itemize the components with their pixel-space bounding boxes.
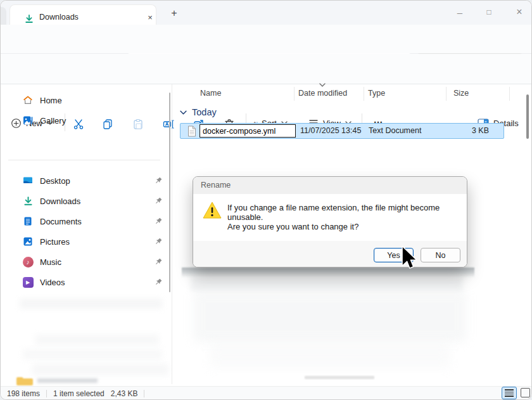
selected-count: 1 item selected (53, 389, 104, 398)
dialog-message-line2: Are you sure you want to change it? (227, 222, 358, 231)
details-view-toggle[interactable] (502, 387, 517, 399)
sort-descending-icon (319, 83, 326, 87)
column-header-size[interactable]: Size (453, 89, 469, 98)
pane-divider (172, 84, 172, 384)
sidebar-item-documents[interactable]: Documents (10, 212, 165, 231)
column-header-date-modified[interactable]: Date modified (298, 89, 347, 98)
group-label: Today (192, 107, 217, 117)
pin-icon[interactable] (154, 237, 163, 246)
pin-icon[interactable] (154, 278, 163, 287)
pin-icon[interactable] (154, 257, 163, 266)
text-file-icon (187, 126, 196, 137)
sidebar-item-label: Home (40, 96, 165, 105)
sidebar-item-label: Documents (40, 217, 148, 226)
sidebar-item-pictures[interactable]: Pictures (10, 232, 165, 251)
tab-close-icon[interactable]: × (143, 10, 157, 24)
sidebar-item-music[interactable]: ♪ Music (10, 252, 165, 271)
ghost-artifact (32, 364, 168, 375)
window-close-button[interactable]: × (506, 3, 532, 21)
file-date-modified: 11/07/2025 13:45 (300, 126, 361, 135)
chevron-down-icon[interactable] (180, 110, 187, 115)
sidebar-scrollbar[interactable] (169, 93, 170, 292)
selected-size: 2,43 KB (111, 389, 138, 398)
sidebar-item-home[interactable]: Home (10, 91, 165, 110)
ghost-artifact (191, 276, 463, 291)
gallery-icon (22, 115, 34, 126)
column-header-name[interactable]: Name (200, 89, 221, 98)
music-icon: ♪ (22, 256, 34, 268)
ghost-artifact (35, 335, 159, 345)
column-header-type[interactable]: Type (368, 89, 385, 98)
dialog-message-line1: If you change a file name extension, the… (227, 203, 467, 222)
sidebar-item-label: Downloads (40, 197, 148, 206)
file-size: 3 KB (431, 126, 489, 135)
status-bar: 198 items 1 item selected 2,43 KB (1, 386, 532, 400)
tab-downloads[interactable]: Downloads × (10, 4, 156, 25)
window-minimize-button[interactable]: – (446, 3, 473, 21)
pin-icon[interactable] (154, 197, 163, 205)
sidebar-item-videos[interactable]: ▶ Videos (10, 273, 165, 292)
tab-title: Downloads (39, 13, 79, 22)
status-divider (144, 390, 144, 397)
column-resize-handle[interactable] (446, 87, 446, 101)
navigation-bar: ← → ↑ › … Users › oae694 › Downloads › (1, 25, 532, 54)
new-tab-button[interactable]: + (167, 6, 182, 21)
file-explorer-window: Downloads × + – □ × ← → ↑ › … Users › oa… (0, 0, 532, 400)
sidebar-item-downloads[interactable]: Downloads (10, 191, 165, 210)
file-list-scrollbar[interactable] (526, 94, 529, 139)
home-icon (22, 94, 34, 106)
tab-bar: Downloads × + – □ × (1, 1, 532, 25)
downloads-icon (24, 14, 34, 24)
rename-edit-field[interactable] (200, 124, 296, 138)
sidebar-divider (8, 160, 160, 160)
downloads-icon (22, 195, 34, 207)
group-header-today[interactable]: Today (180, 107, 217, 117)
sidebar-item-label: Videos (40, 278, 148, 287)
pin-icon[interactable] (154, 217, 163, 226)
sidebar-item-desktop[interactable]: Desktop (10, 171, 165, 190)
dialog-titlebar[interactable]: Rename (193, 177, 467, 194)
adjacent-tab-edge (0, 7, 6, 25)
ghost-folder-icon (16, 377, 34, 385)
command-toolbar: New ↑↓ Sort (1, 54, 532, 84)
thumbnail-view-toggle[interactable] (521, 388, 530, 397)
warning-icon (202, 201, 222, 219)
items-count: 198 items (7, 389, 40, 398)
no-button[interactable]: No (421, 248, 460, 262)
pictures-icon (22, 236, 34, 247)
column-resize-handle[interactable] (294, 87, 294, 101)
sidebar-item-label: Gallery (40, 116, 165, 126)
sidebar-item-label: Pictures (40, 237, 148, 247)
sidebar-item-label: Music (40, 257, 148, 267)
ghost-artifact (23, 349, 162, 359)
ghost-artifact (37, 378, 98, 383)
ghost-artifact (182, 268, 474, 278)
sidebar-item-label: Desktop (40, 176, 148, 186)
window-maximize-button[interactable]: □ (476, 3, 502, 21)
dialog-title: Rename (201, 181, 231, 190)
file-type: Text Document (369, 126, 421, 135)
column-resize-handle[interactable] (509, 87, 510, 101)
sidebar-item-gallery[interactable]: Gallery (10, 111, 165, 130)
documents-icon (22, 216, 34, 227)
file-row-docker-compose[interactable]: 11/07/2025 13:45 Text Document 3 KB (180, 123, 504, 139)
status-divider (46, 390, 47, 397)
column-resize-handle[interactable] (364, 87, 364, 101)
ghost-artifact (20, 299, 162, 309)
rename-dialog: Rename If you change a file name extensi… (193, 176, 467, 268)
ghost-artifact (305, 376, 374, 379)
videos-icon: ▶ (22, 276, 34, 288)
desktop-icon (22, 175, 34, 186)
mouse-cursor (401, 245, 418, 273)
pin-icon[interactable] (154, 176, 163, 185)
ghost-artifact (210, 343, 450, 368)
ghost-artifact (194, 291, 466, 342)
